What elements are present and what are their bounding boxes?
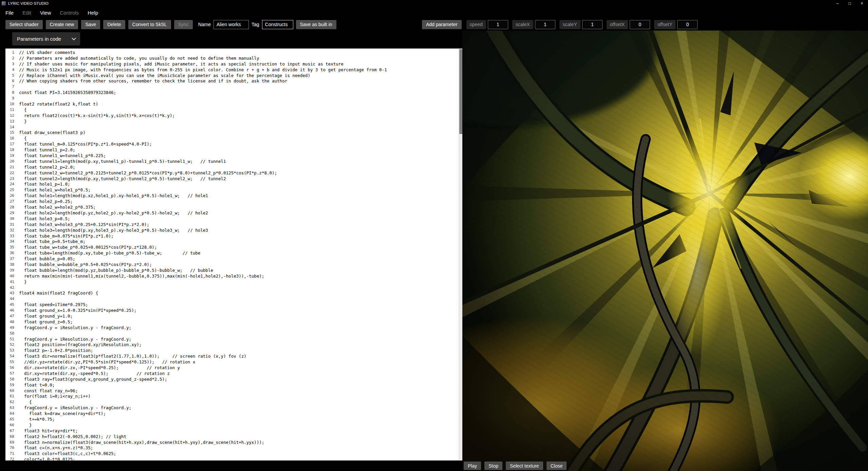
line-text: // When copying shaders from other sourc… (14, 78, 287, 84)
app-icon (2, 1, 6, 5)
line-text: float hole3=length(mod(p.xy,hole3_p).xy-… (14, 228, 208, 233)
code-line: 7 (5, 84, 462, 90)
line-number: 46 (5, 308, 14, 314)
code-line: 44 (5, 296, 462, 302)
param-value-offsety[interactable]: 0 (677, 20, 698, 29)
scrollbar-thumb[interactable] (459, 49, 462, 134)
line-text: { (14, 107, 27, 113)
code-line: 29 float hole2=length(mod(p.yz,hole2_p).… (5, 210, 462, 216)
line-number: 51 (5, 337, 14, 342)
param-value-offsetx[interactable]: 0 (630, 20, 650, 29)
line-number: 8 (5, 90, 14, 96)
line-number: 44 (5, 296, 14, 302)
code-line: 68 float2 h=float2(-0.0025,0.002); // li… (5, 434, 462, 440)
transport-button-select-texture[interactable]: Select texture (506, 461, 543, 470)
parameter-toolbar: Add parameter speed1scaleX1scaleY1offset… (422, 18, 698, 31)
line-number: 34 (5, 239, 14, 245)
line-number: 25 (5, 187, 14, 193)
line-text: for(float i=0;i<ray_n;i++) (14, 394, 91, 399)
code-line: 10float2 rotate(float2 k,float t) (5, 101, 462, 107)
line-text: float tunnel2_w=tunnel2_p*0.2125+tunnel2… (14, 170, 277, 176)
code-line: 2// Parameters are added automatically t… (5, 56, 462, 61)
code-line: 14 (5, 125, 462, 130)
menu-item-help[interactable]: Help (83, 7, 103, 18)
line-number: 12 (5, 113, 14, 119)
line-text: return float2(cos(t)*k.x-sin(t)*k.y,sin(… (14, 113, 175, 119)
line-number: 63 (5, 405, 14, 411)
line-number: 10 (5, 101, 14, 107)
minimize-button[interactable]: – (831, 0, 844, 7)
line-text: float ground_x=1.0-0.325*sin(PI*speed*0.… (14, 308, 136, 314)
shader-tag-input[interactable] (262, 20, 293, 29)
line-text: float hole2_w=hole2_p*0.375; (14, 205, 96, 210)
line-number: 1 (5, 50, 14, 56)
code-line: 67 float3 hit=ray+dir*t; (5, 428, 462, 434)
line-number: 30 (5, 216, 14, 222)
code-editor[interactable]: 1// LVS shader comments2// Parameters ar… (5, 49, 462, 460)
line-text: //dir.yz=rotate(dir.yz,PI*0.5*sin(PI*spe… (14, 359, 195, 365)
param-value-scaley[interactable]: 1 (582, 20, 603, 29)
shader-name-input[interactable] (214, 20, 249, 29)
transport-button-play[interactable]: Play (464, 461, 481, 470)
line-number: 42 (5, 285, 14, 291)
save-as-built-in-button[interactable]: Save as built in (296, 20, 336, 29)
line-number: 67 (5, 428, 14, 434)
line-number: 4 (5, 67, 14, 73)
line-text: float tunnel2_p=2.0; (14, 165, 75, 170)
toolbar-button-sync[interactable]: Sync (174, 20, 193, 29)
line-text: return max(min(min(-tunnel1,mix(tunnel2,… (14, 274, 264, 279)
code-line: 43float4 main(float2 fragCoord) { (5, 290, 462, 296)
line-text: t+=k*0.75; (14, 417, 55, 422)
code-line: 36 float tube=length(mod(p.xy,tube_p)-tu… (5, 250, 462, 256)
line-number: 45 (5, 302, 14, 308)
menu-item-controls[interactable]: Controls (55, 7, 83, 18)
shader-preview[interactable] (462, 31, 868, 471)
parameters-dropdown[interactable]: Parameters in code (12, 32, 80, 45)
toolbar-button-delete[interactable]: Delete (103, 20, 125, 29)
line-number: 69 (5, 440, 14, 446)
menu-item-view[interactable]: View (36, 7, 55, 18)
line-number: 48 (5, 319, 14, 325)
menu-item-file[interactable]: File (1, 7, 18, 18)
line-number: 29 (5, 210, 14, 216)
line-text: float tube_p=0.5+tube_m; (14, 239, 86, 245)
param-fields: speed1scaleX1scaleY1offsetX0offsetY0 (466, 20, 698, 29)
editor-scrollbar[interactable] (459, 49, 462, 460)
code-line: 13 } (5, 119, 462, 125)
transport-button-stop[interactable]: Stop (484, 461, 502, 470)
line-text: float ground_y=1.0; (14, 314, 73, 319)
line-number: 14 (5, 125, 14, 130)
line-text (14, 296, 19, 302)
code-line: 71 float3 color=float3(c,c,c)+t*0.0625; (5, 451, 462, 457)
line-number: 49 (5, 325, 14, 331)
toolbar-button-convert-to-sksl[interactable]: Convert to SkSL (128, 20, 171, 29)
toolbar-button-select-shader[interactable]: Select shader (5, 20, 43, 29)
line-text (14, 84, 19, 90)
line-text: float2 position=(fragCoord.xy/iResolutio… (14, 342, 142, 348)
menu-item-edit[interactable]: Edit (18, 7, 36, 18)
code-line: 32 float hole3=length(mod(p.xy,hole3_p).… (5, 228, 462, 233)
toolbar-button-create-new[interactable]: Create new (46, 20, 78, 29)
code-line: 66 } (5, 422, 462, 428)
param-value-speed[interactable]: 1 (488, 20, 508, 29)
maximize-button[interactable]: □ (844, 0, 856, 7)
code-line: 63 fragCoord.y = iResolution.y - fragCoo… (5, 405, 462, 411)
line-text: float tube_m=0.075*sin(PI*p.z*1.0); (14, 233, 113, 239)
line-number: 27 (5, 199, 14, 205)
code-line: 22 float tunnel2_w=tunnel2_p*0.2125+tunn… (5, 170, 462, 176)
transport-button-close[interactable]: Close (547, 461, 567, 470)
add-parameter-button[interactable]: Add parameter (422, 20, 462, 29)
code-line: 19 float tunnel1_w=tunnel1_p*0.225; (5, 153, 462, 159)
name-label: Name (198, 22, 211, 27)
line-number: 55 (5, 359, 14, 365)
line-text: float tube_w=tube_p*0.025+0.00125*cos(PI… (14, 245, 157, 250)
code-line: 70 float c=(n.x+n.y+n.z)*0.35; (5, 445, 462, 451)
code-line: 6// When copying shaders from other sour… (5, 78, 462, 84)
param-value-scalex[interactable]: 1 (535, 20, 555, 29)
code-line: 65 t+=k*0.75; (5, 417, 462, 422)
line-text: float hole2_p=0.25; (14, 199, 73, 205)
line-text: // Replace iChannel with iMusic.eval( yo… (14, 73, 310, 79)
close-button[interactable]: × (856, 0, 868, 7)
line-text: float tunnel_m=0.125*cos(PI*p.z*1.0+spee… (14, 142, 152, 147)
toolbar-button-save[interactable]: Save (81, 20, 100, 29)
